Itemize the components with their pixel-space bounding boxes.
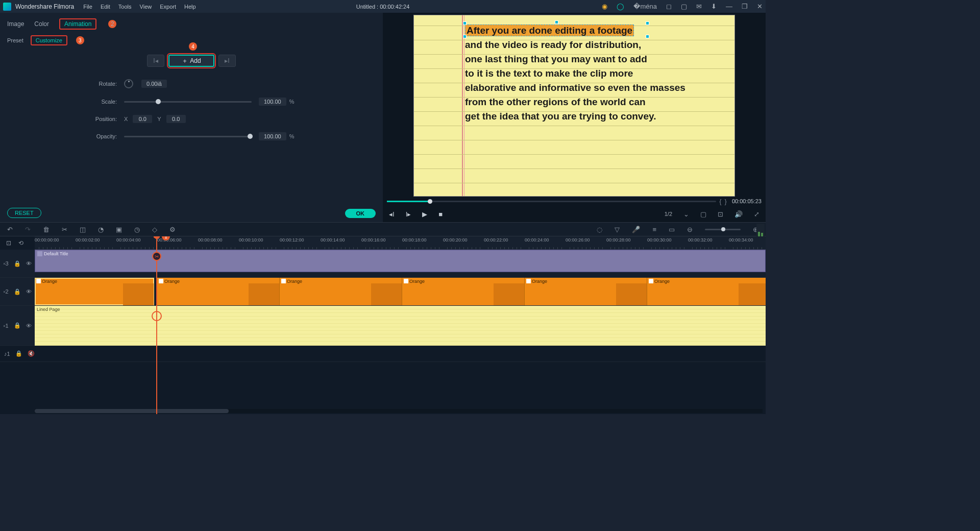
- clip-orange[interactable]: Orange: [525, 278, 647, 305]
- lightbulb-icon[interactable]: ◉: [602, 3, 607, 10]
- preview-ratio[interactable]: 1/2: [665, 211, 672, 217]
- keyframe-add-button[interactable]: ＋ Add: [168, 55, 214, 67]
- redo-icon[interactable]: ↷: [25, 226, 31, 233]
- speed-icon[interactable]: ◔: [98, 226, 104, 233]
- track-label: ♪1: [4, 351, 10, 357]
- lock-icon[interactable]: 🔒: [14, 260, 21, 267]
- selection-handle[interactable]: [646, 21, 649, 25]
- selection-handle[interactable]: [463, 35, 467, 38]
- timeline-link-icon[interactable]: ⟲: [18, 239, 23, 247]
- subtab-preset[interactable]: Preset: [7, 37, 23, 43]
- selection-handle[interactable]: [555, 20, 558, 24]
- preview-text-line-highlighted[interactable]: After you are done editing a footage: [465, 25, 634, 36]
- clip-orange[interactable]: Orange: [647, 278, 766, 305]
- clip-orange[interactable]: Orange: [35, 278, 154, 305]
- keyframe-icon[interactable]: ◇: [152, 226, 157, 233]
- menu-edit[interactable]: Edit: [101, 4, 110, 10]
- scale-value[interactable]: 100.00: [259, 98, 286, 106]
- clip-orange[interactable]: Orange: [157, 278, 280, 305]
- fullscreen-icon[interactable]: ⤢: [754, 210, 760, 218]
- editor-panel: Image Color Animation 2 Preset Customize…: [0, 13, 383, 222]
- reset-button[interactable]: RESET: [7, 208, 41, 218]
- preview-scrubber[interactable]: [387, 201, 716, 202]
- menu-export[interactable]: Export: [160, 4, 176, 10]
- chevron-down-icon[interactable]: ⌄: [683, 210, 689, 218]
- playhead-cut-icon[interactable]: ✂: [152, 252, 161, 261]
- subtab-customize[interactable]: Customize: [31, 35, 67, 45]
- stop-button[interactable]: ■: [438, 210, 443, 218]
- keyframe-prev-button[interactable]: I◂: [147, 55, 164, 67]
- delete-icon[interactable]: 🗑: [43, 226, 50, 233]
- position-y-value[interactable]: 0.0: [166, 115, 186, 123]
- clip-default-title[interactable]: Default Title: [35, 250, 766, 272]
- eye-icon[interactable]: 👁: [26, 260, 32, 267]
- lock-icon[interactable]: 🔒: [14, 288, 21, 295]
- tab-color[interactable]: Color: [34, 20, 49, 28]
- color-icon[interactable]: ▣: [116, 226, 122, 233]
- timeline-scrollbar[interactable]: [35, 409, 763, 413]
- close-icon[interactable]: ✕: [757, 3, 763, 10]
- text-badge-icon: [37, 251, 42, 256]
- account-icon[interactable]: ◻: [666, 3, 672, 10]
- render-icon[interactable]: ◌: [597, 226, 602, 233]
- preview-canvas[interactable]: After you are done editing a footage and…: [413, 15, 735, 197]
- menu-view[interactable]: View: [140, 4, 152, 10]
- timer-icon[interactable]: ◷: [134, 226, 140, 233]
- clip-orange[interactable]: Orange: [280, 278, 402, 305]
- timeline-ruler[interactable]: 00:00:00:0000:00:02:0000:00:04:0000:00:0…: [35, 236, 766, 250]
- clip-orange[interactable]: Orange: [402, 278, 525, 305]
- playhead[interactable]: 1 ✂: [156, 236, 157, 414]
- minimize-icon[interactable]: —: [726, 3, 732, 10]
- eye-icon[interactable]: 👁: [26, 288, 32, 295]
- volume-icon[interactable]: 🔊: [734, 210, 743, 218]
- selection-handle[interactable]: [646, 35, 649, 38]
- maximize-icon[interactable]: ❐: [742, 3, 748, 10]
- ok-button[interactable]: OK: [345, 209, 376, 218]
- frame-forward-button[interactable]: I▸: [406, 210, 411, 218]
- capture-icon[interactable]: ▭: [669, 226, 675, 233]
- undo-icon[interactable]: ↶: [7, 226, 13, 233]
- annotation-4: 4: [189, 42, 197, 51]
- scale-slider[interactable]: [124, 101, 252, 103]
- audio-mixer-icon[interactable]: ≡: [652, 226, 656, 233]
- position-x-value[interactable]: 0.0: [133, 115, 152, 123]
- save-icon[interactable]: ▢: [681, 3, 687, 10]
- split-icon[interactable]: ✂: [62, 226, 67, 233]
- marker-icon[interactable]: ▽: [615, 226, 620, 233]
- tab-animation[interactable]: Animation: [59, 18, 96, 30]
- snapshot-icon[interactable]: ⊡: [718, 210, 723, 218]
- playhead-ring-icon: [152, 311, 162, 321]
- mark-in-icon[interactable]: {: [719, 198, 721, 205]
- crop-icon[interactable]: ◫: [80, 226, 86, 233]
- voiceover-icon[interactable]: 🎤: [632, 226, 640, 233]
- mail-icon[interactable]: ✉: [696, 3, 702, 10]
- gift-icon[interactable]: �ména: [633, 3, 657, 10]
- preview-text-line: elaborative and informative so even the …: [465, 81, 704, 95]
- rotate-value[interactable]: 0.00iâ: [141, 80, 167, 88]
- menu-help[interactable]: Help: [184, 4, 196, 10]
- menu-tools[interactable]: Tools: [118, 4, 132, 10]
- selection-handle[interactable]: [463, 21, 467, 25]
- mark-out-icon[interactable]: }: [725, 198, 727, 205]
- x-label: X: [124, 116, 128, 122]
- lock-icon[interactable]: 🔒: [14, 322, 21, 329]
- clip-lined-page[interactable]: Lined Page: [35, 306, 766, 346]
- rotate-dial[interactable]: [124, 79, 133, 88]
- zoom-slider[interactable]: [705, 229, 741, 230]
- opacity-slider[interactable]: [124, 136, 252, 137]
- frame-back-button[interactable]: ◂I: [389, 210, 395, 218]
- display-icon[interactable]: ▢: [700, 210, 706, 218]
- adjust-icon[interactable]: ⚙: [169, 226, 176, 233]
- headset-icon[interactable]: ◯: [617, 3, 624, 10]
- zoom-out-icon[interactable]: ⊖: [687, 226, 693, 233]
- opacity-value[interactable]: 100.00: [259, 132, 286, 140]
- download-icon[interactable]: ⬇: [711, 3, 717, 10]
- keyframe-next-button[interactable]: ▸I: [218, 55, 236, 67]
- play-button[interactable]: ▶: [422, 210, 427, 218]
- tab-image[interactable]: Image: [7, 20, 24, 28]
- menu-file[interactable]: File: [83, 4, 92, 10]
- mute-icon[interactable]: 🔇: [28, 350, 35, 357]
- eye-icon[interactable]: 👁: [26, 323, 32, 329]
- timeline-fit-icon[interactable]: ⊡: [6, 239, 11, 247]
- lock-icon[interactable]: 🔒: [15, 350, 22, 357]
